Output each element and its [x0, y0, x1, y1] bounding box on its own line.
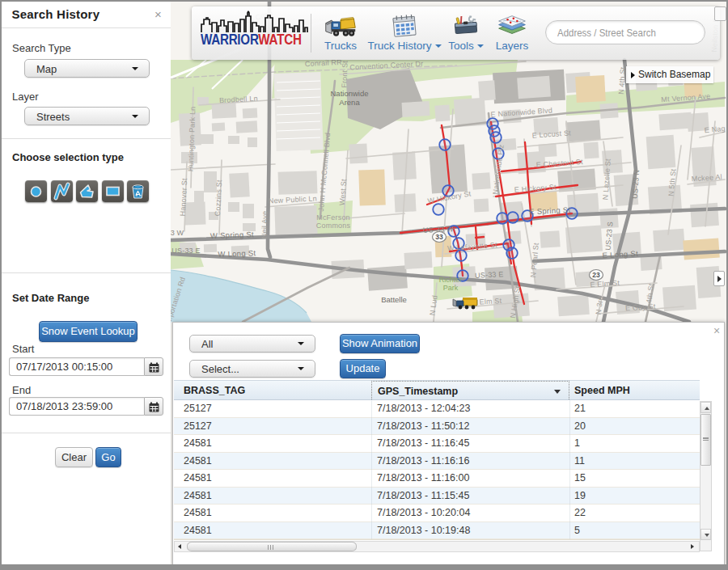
trash-recycle-icon	[129, 182, 147, 201]
panel-expand-button[interactable]	[713, 271, 725, 286]
start-date-group	[9, 357, 163, 376]
start-calendar-button[interactable]	[144, 357, 163, 376]
table-row[interactable]: 245817/18/2013 - 11:15:4519	[174, 488, 700, 505]
end-date-input[interactable]	[9, 397, 144, 416]
scroll-right-button[interactable]	[688, 542, 698, 551]
clear-button[interactable]: Clear	[55, 447, 93, 467]
speed-cell: 22	[569, 505, 700, 522]
logo-text: WARRIORWATCH	[201, 31, 302, 49]
chevron-down-icon	[132, 67, 138, 70]
column-header-speed[interactable]: Speed MPH	[569, 381, 700, 401]
gps-timestamp-cell: 7/18/2013 - 11:50:12	[371, 418, 569, 436]
svg-text:N Lud: N Lud	[428, 294, 438, 315]
svg-text:Brodbell Ln: Brodbell Ln	[219, 95, 258, 104]
close-icon[interactable]: ×	[713, 324, 720, 337]
svg-text:US-23 S: US-23 S	[603, 222, 614, 251]
vscroll-thumb[interactable]	[700, 414, 711, 466]
table-row[interactable]: 251277/18/2013 - 11:50:1220	[174, 418, 700, 436]
clear-selection-tool[interactable]	[127, 180, 149, 202]
menu-tools[interactable]: Tools	[439, 11, 493, 52]
address-search-input[interactable]	[557, 21, 702, 44]
date-range-label: Set Date Range	[12, 292, 89, 304]
calendar-icon	[149, 402, 159, 412]
results-grid: BRASS_TAG GPS_Timestamp Speed MPH 251277…	[174, 380, 700, 540]
table-row[interactable]: 245817/18/2013 - 11:16:0015	[174, 470, 700, 488]
map[interactable]: 3323 Goodale Neil ConnConrail RRNeilston…	[171, 2, 726, 564]
speed-cell: 20	[569, 418, 700, 436]
scroll-down-button[interactable]	[700, 529, 711, 540]
calendar-icon	[149, 362, 159, 373]
select-rectangle-tool[interactable]	[102, 180, 124, 202]
column-separator	[569, 400, 570, 539]
start-date-input[interactable]	[9, 357, 144, 376]
map-corner-widget[interactable]	[714, 6, 726, 21]
svg-text:US-33 E: US-33 E	[171, 247, 200, 255]
hscroll-thumb[interactable]	[187, 542, 357, 551]
menu-truck-history-label: Truck History	[367, 40, 431, 52]
header-separator	[311, 14, 311, 53]
svg-text:Arena: Arena	[339, 98, 360, 107]
end-date-group	[9, 397, 163, 416]
table-row[interactable]: 251277/18/2013 - 12:04:2321	[174, 400, 700, 418]
search-history-panel: Search History × Search Type Map Layer S…	[2, 2, 172, 564]
window-frame: Search History × Search Type Map Layer S…	[0, 0, 728, 570]
speed-cell: 1	[569, 435, 700, 453]
select-polyline-tool[interactable]	[51, 180, 73, 202]
arrow-right-icon	[631, 72, 635, 78]
go-button[interactable]: Go	[95, 447, 121, 467]
gps-timestamp-cell: 7/18/2013 - 11:16:00	[371, 470, 569, 488]
update-button[interactable]: Update	[340, 359, 386, 378]
chevron-down-icon	[477, 44, 484, 48]
menu-truck-history[interactable]: Truck History	[366, 11, 443, 52]
switch-basemap-button[interactable]: Switch Basemap	[626, 66, 713, 83]
svg-text:Park: Park	[443, 284, 459, 292]
grid-header: BRASS_TAG GPS_Timestamp Speed MPH	[174, 380, 700, 400]
brass-tag-cell: 25127	[174, 400, 371, 418]
speed-cell: 21	[569, 400, 700, 418]
brass-tag-cell: 24581	[174, 522, 371, 540]
select-dropdown[interactable]: Select...	[189, 360, 315, 378]
svg-text:US-23 N: US-23 N	[631, 170, 641, 200]
select-polygon-tool[interactable]	[76, 180, 98, 202]
speed-cell: 5	[569, 522, 700, 540]
table-row[interactable]: 245817/18/2013 - 11:16:451	[174, 435, 700, 453]
grip-icon	[703, 437, 709, 441]
address-search	[545, 20, 705, 44]
menu-layers[interactable]: Layers	[488, 11, 536, 52]
svg-text:Richter: Richter	[439, 276, 463, 284]
brass-tag-cell: 24581	[174, 470, 371, 488]
polyline-icon	[53, 182, 71, 201]
scroll-left-button[interactable]	[176, 542, 186, 551]
divider	[2, 272, 171, 273]
chevron-down-icon	[298, 367, 304, 370]
show-animation-button[interactable]: Show Animation	[340, 334, 420, 353]
layer-dropdown[interactable]: Streets	[24, 107, 150, 125]
panel-title: Search History	[12, 7, 100, 21]
table-row[interactable]: 245817/18/2013 - 10:19:485	[174, 522, 700, 540]
truck-filter-dropdown[interactable]: All	[189, 335, 315, 353]
table-row[interactable]: 245817/18/2013 - 11:16:1611	[174, 453, 700, 471]
speed-cell: 11	[569, 453, 700, 471]
column-header-brass-tag[interactable]: BRASS_TAG	[174, 381, 371, 401]
vertical-scrollbar[interactable]	[700, 401, 712, 551]
horizontal-scrollbar[interactable]	[174, 541, 700, 552]
brass-tag-cell: 25127	[174, 418, 371, 436]
warriorwatch-logo: WARRIORWATCH	[199, 9, 309, 57]
grip-icon	[268, 545, 275, 550]
svg-text:W Spring St: W Spring St	[210, 230, 254, 240]
select-point-tool[interactable]	[25, 180, 47, 202]
snow-event-lookup-button[interactable]: Snow Event Lookup	[39, 321, 138, 342]
close-icon[interactable]: ×	[154, 8, 162, 21]
skyline-icon	[199, 9, 309, 33]
svg-text:Mckee Al: Mckee Al	[691, 173, 722, 184]
scroll-up-button[interactable]	[700, 402, 711, 413]
app-header: WARRIORWATCH	[192, 6, 720, 60]
menu-trucks[interactable]: Trucks	[312, 11, 369, 52]
svg-text:3 W: 3 W	[171, 229, 184, 237]
table-row[interactable]: 245817/18/2013 - 10:20:0422	[174, 505, 700, 522]
search-type-dropdown[interactable]: Map	[24, 59, 150, 78]
svg-text:E Long St: E Long St	[602, 249, 638, 260]
end-calendar-button[interactable]	[144, 397, 163, 416]
column-header-gps-timestamp[interactable]: GPS_Timestamp	[371, 381, 569, 401]
app-window: Search History × Search Type Map Layer S…	[2, 2, 726, 564]
